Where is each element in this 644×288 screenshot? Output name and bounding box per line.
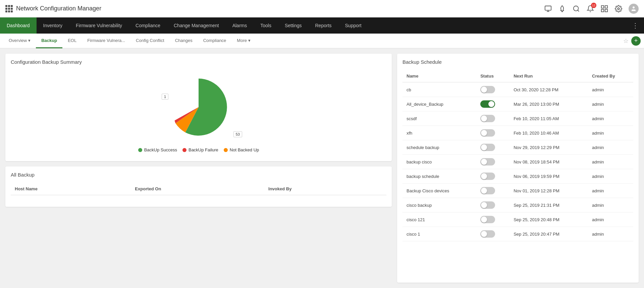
subnav-backup[interactable]: Backup [36,34,62,48]
schedule-name: cisco 1 [402,227,476,241]
schedule-next-run: Nov 06, 2019 19:59 PM [509,169,588,184]
status-toggle[interactable] [480,158,495,165]
nav-item-dashboard[interactable]: Dashboard [0,17,37,34]
schedule-status[interactable] [476,212,509,227]
settings-icon[interactable] [614,5,623,13]
add-button[interactable]: + [631,36,641,46]
app-title: Network Configuration Manager [16,5,101,12]
schedule-created-by: admin [588,126,633,140]
schedule-row[interactable]: schedule backup Nov 29, 2019 12:29 PM ad… [402,140,633,155]
status-toggle[interactable] [480,115,495,122]
svg-rect-7 [601,9,604,11]
schedule-row[interactable]: cisco backup Sep 25, 2019 21:31 PM admin [402,198,633,212]
nav-item-inventory[interactable]: Inventory [37,17,69,34]
nav-more-icon[interactable]: ⋮ [627,21,644,30]
status-toggle[interactable] [480,187,495,194]
schedule-status[interactable] [476,227,509,241]
legend-dot-not-backed [224,148,228,152]
schedule-status[interactable] [476,198,509,212]
notification-badge: 12 [591,3,596,8]
legend-success: BackUp Success [138,147,177,152]
schedule-row[interactable]: xfh Feb 10, 2020 10:46 AM admin [402,126,633,140]
schedule-status[interactable] [476,97,509,111]
status-toggle[interactable] [480,100,495,108]
schedule-row[interactable]: backup cisco Nov 08, 2019 18:54 PM admin [402,155,633,169]
toggle-knob [481,144,487,150]
avatar[interactable] [629,4,639,14]
schedule-status[interactable] [476,184,509,198]
schedule-next-run: Nov 29, 2019 12:29 PM [509,140,588,155]
subnav-changes[interactable]: Changes [170,34,198,48]
status-toggle[interactable] [480,230,495,238]
status-toggle[interactable] [480,86,495,93]
schedule-row[interactable]: Backup Cisco devices Nov 01, 2019 12:28 … [402,184,633,198]
star-icon[interactable]: ☆ [623,37,629,45]
nav-item-firmware[interactable]: Firmware Vulnerability [69,17,129,34]
schedule-row[interactable]: cb Oct 30, 2020 12:28 PM admin [402,82,633,97]
schedule-row[interactable]: All_device_Backup Mar 26, 2020 13:00 PM … [402,97,633,111]
nav-item-change[interactable]: Change Management [167,17,226,34]
app-logo-area: Network Configuration Manager [5,5,544,12]
stack-icon[interactable] [600,5,608,13]
nav-item-reports[interactable]: Reports [309,17,338,34]
schedule-status[interactable] [476,111,509,126]
subnav-config-conflict[interactable]: Config Conflict [130,34,170,48]
toggle-knob [481,188,487,194]
schedule-name: schedule backup [402,140,476,155]
schedule-row[interactable]: cisco 121 Sep 25, 2019 20:48 PM admin [402,212,633,227]
nav-item-settings[interactable]: Settings [278,17,309,34]
subnav-eol[interactable]: EOL [62,34,82,48]
nav-item-tools[interactable]: Tools [254,17,278,34]
schedule-row[interactable]: cisco 1 Sep 25, 2019 20:47 PM admin [402,227,633,241]
schedule-status[interactable] [476,169,509,184]
subnav-more[interactable]: More ▾ [231,34,256,48]
subnav-overview[interactable]: Overview ▾ [3,34,36,48]
schedule-row[interactable]: scsdf Feb 10, 2020 11:05 AM admin [402,111,633,126]
pie-legend: BackUp Success BackUp Failure Not Backed… [133,147,265,152]
schedule-status[interactable] [476,155,509,169]
nav-item-alarms[interactable]: Alarms [226,17,254,34]
schedule-next-run: Nov 01, 2019 12:28 PM [509,184,588,198]
schedule-name: All_device_Backup [402,97,476,111]
monitor-icon[interactable] [544,5,552,13]
schedule-next-run: Nov 08, 2019 18:54 PM [509,155,588,169]
nav-item-compliance[interactable]: Compliance [129,17,167,34]
grid-icon[interactable] [5,5,13,12]
backup-summary-title: Configuration Backup Summary [11,59,386,65]
svg-rect-0 [545,6,551,10]
schedule-row[interactable]: backup schedule Nov 06, 2019 19:59 PM ad… [402,169,633,184]
status-toggle[interactable] [480,173,495,180]
notification-icon[interactable]: 12 [586,5,594,13]
toggle-knob [481,87,487,93]
status-toggle[interactable] [480,144,495,151]
schedule-name: backup schedule [402,169,476,184]
toggle-knob [481,159,487,165]
schedule-next-run: Sep 25, 2019 21:31 PM [509,198,588,212]
status-toggle[interactable] [480,201,495,209]
toggle-knob [481,231,487,237]
svg-rect-5 [601,5,604,8]
schedule-next-run: Sep 25, 2019 20:47 PM [509,227,588,241]
legend-dot-success [138,148,142,152]
nav-item-support[interactable]: Support [338,17,368,34]
schedule-next-run: Sep 25, 2019 20:48 PM [509,212,588,227]
subnav-firmware-vuln[interactable]: Firmware Vulnera... [82,34,130,48]
schedule-next-run: Feb 10, 2020 11:05 AM [509,111,588,126]
rocket-icon[interactable] [558,5,566,13]
svg-point-3 [574,6,579,11]
schedule-name: Backup Cisco devices [402,184,476,198]
callout-bottom: 53 [233,131,242,137]
search-icon[interactable] [572,5,580,13]
schedule-status[interactable] [476,82,509,97]
schedule-status[interactable] [476,140,509,155]
status-toggle[interactable] [480,129,495,137]
schedule-created-by: admin [588,227,633,241]
schedule-status[interactable] [476,126,509,140]
all-backup-table-container: Host Name Exported On Invoked By [11,183,386,195]
toggle-knob [481,202,487,208]
legend-failure: BackUp Failure [182,147,218,152]
status-toggle[interactable] [480,216,495,223]
backup-schedule-title: Backup Schedule [402,59,633,65]
subnav-compliance[interactable]: Compliance [198,34,232,48]
svg-line-4 [578,10,579,11]
